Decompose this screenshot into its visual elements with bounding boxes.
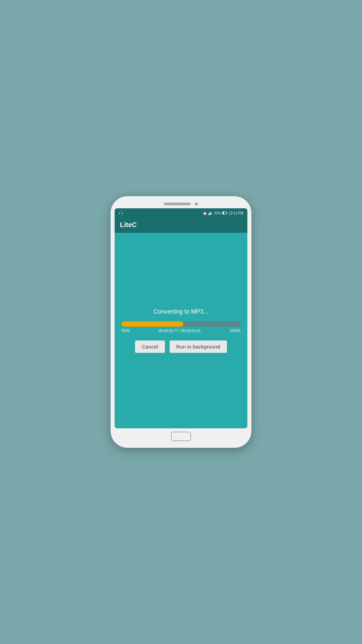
phone-speaker — [164, 203, 191, 205]
buttons-row: Cancel Run in background — [135, 340, 227, 353]
progress-time: 00:00:02.77 / 00:00:05.31 — [159, 329, 201, 333]
progress-percent-left: 52% — [121, 328, 130, 333]
battery-percent: 31% — [214, 211, 221, 215]
phone-screen: ⏰ 31% 12:12 PM LiteC — [115, 208, 247, 428]
home-button[interactable] — [171, 432, 191, 441]
cancel-button[interactable]: Cancel — [135, 340, 165, 353]
phone-camera — [195, 202, 198, 206]
svg-rect-1 — [209, 213, 210, 215]
status-bar: ⏰ 31% 12:12 PM — [115, 208, 247, 218]
headphone-icon — [119, 211, 123, 215]
phone-top-hardware — [115, 200, 247, 208]
svg-rect-2 — [210, 212, 211, 215]
progress-bar-fill — [121, 321, 183, 327]
phone-device: ⏰ 31% 12:12 PM LiteC — [111, 196, 251, 448]
app-content: Converting to MP3... 52% 00:00:02.77 / 0… — [115, 233, 247, 428]
run-in-background-button[interactable]: Run in background — [170, 340, 227, 353]
svg-rect-6 — [223, 212, 224, 214]
app-title: LiteC — [120, 221, 242, 229]
signal-icon — [208, 211, 213, 215]
converting-text: Converting to MP3... — [154, 308, 208, 315]
progress-labels: 52% 00:00:02.77 / 00:00:05.31 100% — [121, 328, 241, 333]
progress-bar-track — [121, 321, 241, 327]
status-right-icons: ⏰ 31% 12:12 PM — [203, 211, 243, 215]
phone-bottom-hardware — [115, 428, 247, 444]
status-left-icons — [119, 211, 123, 215]
svg-rect-0 — [208, 214, 209, 215]
time-display: 12:12 PM — [229, 211, 243, 215]
svg-rect-3 — [211, 211, 212, 215]
app-bar: LiteC — [115, 218, 247, 233]
progress-percent-right: 100% — [230, 328, 241, 333]
battery-icon — [222, 211, 228, 215]
progress-container: 52% 00:00:02.77 / 00:00:05.31 100% — [121, 321, 241, 333]
svg-rect-5 — [227, 212, 228, 214]
alarm-icon: ⏰ — [203, 211, 207, 215]
